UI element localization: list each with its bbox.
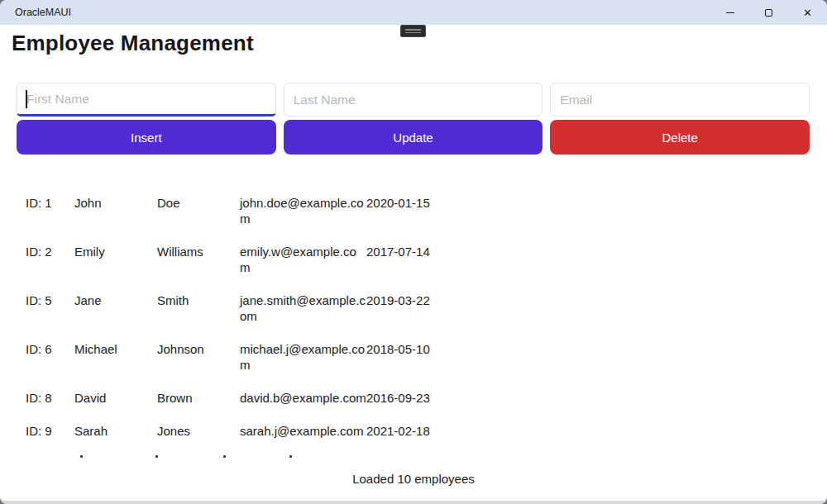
employee-row[interactable]: ID: 6MichaelJohnsonmichael.j@example.com… <box>26 341 827 373</box>
employee-id: ID: 2 <box>26 244 74 275</box>
employee-email: emily.w@example.com <box>240 244 366 275</box>
maximize-button[interactable] <box>749 0 788 25</box>
minimize-button[interactable] <box>710 0 749 25</box>
last-name-field-wrap <box>284 83 543 116</box>
employee-id: ID: 6 <box>26 341 74 373</box>
employee-email: sarah.j@example.com <box>240 423 366 439</box>
employee-first-name: Jane <box>74 292 157 324</box>
app-window: OracleMAUI ✕ Employee Management <box>0 0 827 504</box>
update-button[interactable]: Update <box>284 120 543 155</box>
first-name-input[interactable] <box>17 83 276 116</box>
employee-email: john.doe@example.com <box>240 195 366 226</box>
employee-row[interactable]: ID: 8DavidBrowndavid.b@example.com2016-0… <box>26 390 827 406</box>
close-icon: ✕ <box>803 7 812 18</box>
employee-last-name: Smith <box>157 292 240 324</box>
first-name-field-wrap <box>17 83 276 116</box>
employee-first-name: Sarah <box>74 423 157 439</box>
maximize-icon <box>765 9 772 17</box>
debug-toolbar-grip[interactable] <box>400 25 426 37</box>
employee-id: ID: 5 <box>26 292 74 324</box>
employee-row[interactable]: ID: 9SarahJonessarah.j@example.com2021-0… <box>26 423 827 439</box>
status-label: Loaded 10 employees <box>0 472 827 486</box>
employee-email: michael.j@example.com <box>240 341 366 373</box>
employee-first-name: John <box>74 195 157 226</box>
glyph-top <box>289 455 292 458</box>
employee-row[interactable]: ID: 1JohnDoejohn.doe@example.com2020-01-… <box>26 195 827 226</box>
employee-hire-date: 2019-03-22 <box>366 292 827 324</box>
employee-hire-date: 2020-01-15 <box>366 195 827 226</box>
glyph-top <box>155 455 158 458</box>
employee-hire-date: 2017-07-14 <box>366 244 827 275</box>
employee-last-name: Doe <box>157 195 240 226</box>
employee-last-name: Jones <box>157 423 240 439</box>
employee-last-name: Williams <box>157 244 240 275</box>
email-field-wrap <box>550 83 810 116</box>
employee-hire-date: 2021-02-18 <box>366 423 827 439</box>
employee-last-name: Brown <box>157 390 240 406</box>
employee-last-name: Johnson <box>157 341 240 373</box>
employee-first-name: David <box>74 390 157 406</box>
close-button[interactable]: ✕ <box>788 0 827 25</box>
employee-email: david.b@example.com <box>240 390 366 406</box>
last-name-input[interactable] <box>284 83 543 116</box>
employee-hire-date: 2018-05-10 <box>366 341 827 373</box>
page-title: Employee Management <box>12 31 254 56</box>
employee-row[interactable]: ID: 2EmilyWilliamsemily.w@example.com201… <box>26 244 827 275</box>
employee-email: jane.smith@example.com <box>240 292 366 324</box>
grip-line-icon <box>405 29 421 31</box>
delete-button[interactable]: Delete <box>550 120 810 155</box>
window-controls: ✕ <box>710 0 827 25</box>
employee-id: ID: 1 <box>26 195 74 226</box>
clipped-row-glyph-tops <box>0 455 827 459</box>
grip-line-icon <box>405 32 421 34</box>
insert-button[interactable]: Insert <box>17 120 276 155</box>
window-title: OracleMAUI <box>0 7 710 18</box>
minimize-icon <box>726 12 734 13</box>
title-bar[interactable]: OracleMAUI ✕ <box>0 0 827 25</box>
employee-form: Insert Update Delete <box>17 83 810 155</box>
employee-id: ID: 8 <box>26 390 74 406</box>
employee-hire-date: 2016-09-23 <box>366 390 827 406</box>
employee-row[interactable]: ID: 5JaneSmithjane.smith@example.com2019… <box>26 292 827 324</box>
glyph-top <box>80 455 83 458</box>
glyph-top <box>223 455 226 458</box>
employee-first-name: Emily <box>74 244 157 275</box>
employee-id: ID: 9 <box>26 423 74 439</box>
employee-first-name: Michael <box>74 341 157 373</box>
email-input[interactable] <box>550 83 810 116</box>
text-caret <box>26 90 27 108</box>
employee-list[interactable]: ID: 1JohnDoejohn.doe@example.com2020-01-… <box>0 189 827 459</box>
